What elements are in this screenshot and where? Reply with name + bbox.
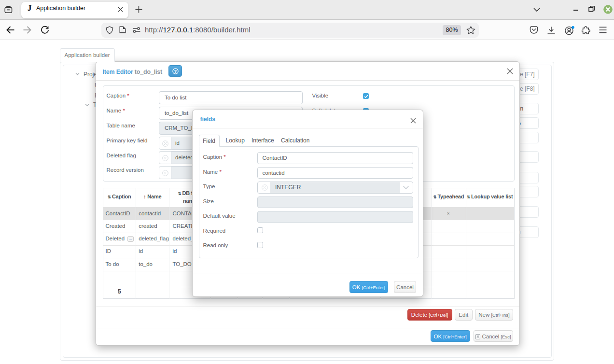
svg-text:?: ? [174, 69, 177, 74]
